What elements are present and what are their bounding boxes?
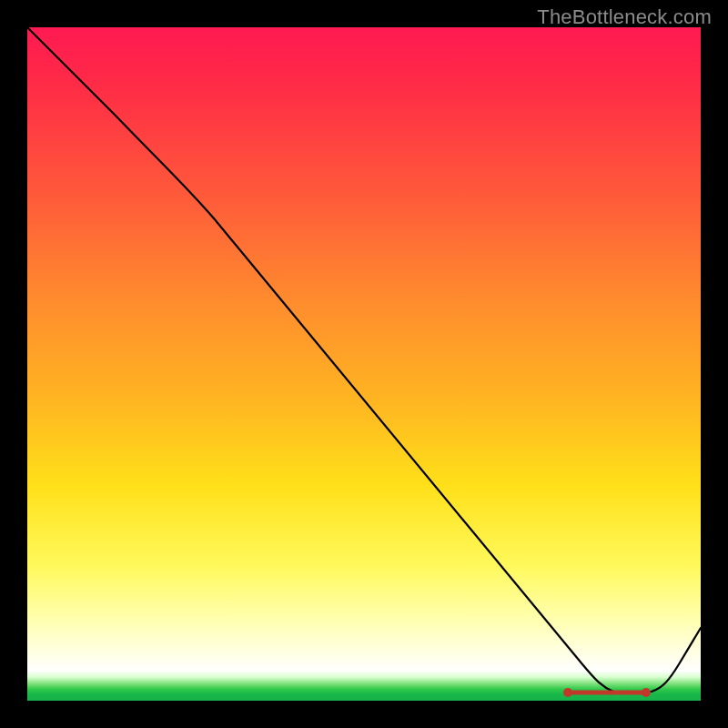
optimal-range-dot bbox=[626, 691, 630, 694]
optimal-range-end-dot bbox=[642, 688, 651, 697]
curve-svg bbox=[27, 27, 701, 701]
optimal-range-start-dot bbox=[563, 688, 572, 697]
watermark-text: TheBottleneck.com bbox=[537, 5, 712, 29]
chart-frame: TheBottleneck.com bbox=[0, 0, 728, 728]
bottleneck-curve bbox=[27, 27, 701, 692]
plot-area bbox=[27, 27, 701, 701]
optimal-range-dot bbox=[610, 691, 613, 694]
optimal-range-dot bbox=[590, 691, 593, 694]
